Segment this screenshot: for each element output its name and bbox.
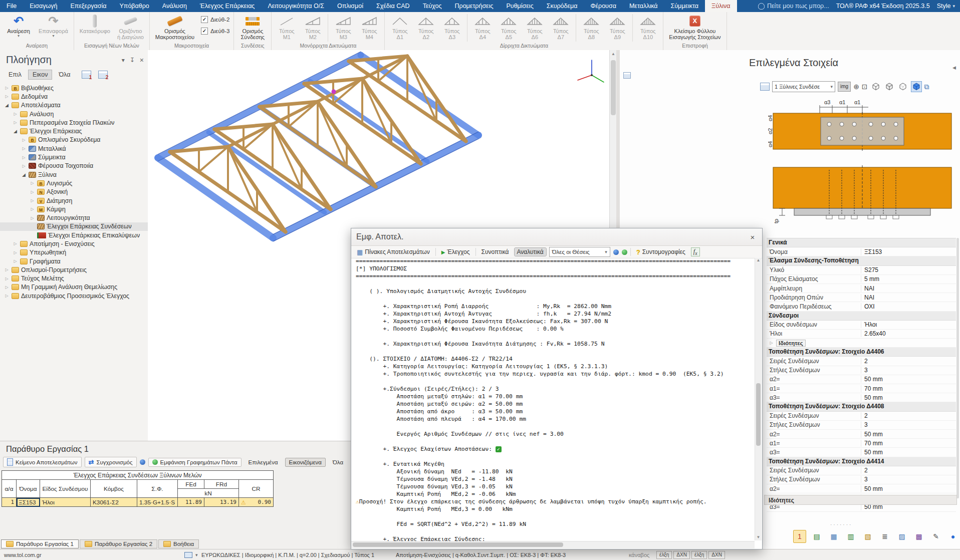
list-icon[interactable]: ≣ xyxy=(878,530,891,543)
tree-item-δευτεροβάθμιος-προσεισμικός-έλεγχος[interactable]: ▷Δευτεροβάθμιος Προσεισμικός Έλεγχος xyxy=(0,292,148,300)
tree-item-λυγισμός[interactable]: ▷ΒΛυγισμός xyxy=(0,179,148,187)
dialog-vertical-scrollbar[interactable]: ▲ ▼ xyxy=(755,258,762,540)
always-show-graphs-button[interactable]: Εμφάνιση Γραφημάτων Πάντα xyxy=(148,458,242,467)
menu-item-σύμμεικτα[interactable]: Σύμμεικτα xyxy=(664,0,705,12)
tree-item-αποτίμηση-ενισχύσεις[interactable]: ▷Αποτίμηση - Ενισχύσεις xyxy=(0,239,148,248)
truss-type-μ4-button[interactable]: ΤύποςΜ4 xyxy=(357,13,381,41)
col-header[interactable]: Είδος Συνδέσμου xyxy=(40,480,91,498)
property-row[interactable]: α3=50 mm xyxy=(767,448,956,457)
property-row[interactable]: Σειρές Συνδέσμων2 xyxy=(767,357,956,366)
sheet-icon[interactable]: ▧ xyxy=(861,530,874,543)
menu-item-σκυρόδεμα[interactable]: Σκυρόδεμα xyxy=(540,0,584,12)
tree-item-ανάλυση[interactable]: ▷Ανάλυση xyxy=(0,110,148,118)
tree-collapsed-icon[interactable]: ▷ xyxy=(4,285,10,290)
nav-tab-epil[interactable]: Επιλ xyxy=(4,70,26,80)
tree-item-δεδομένα[interactable]: ▷Δεδομένα xyxy=(0,92,148,101)
summary-toggle[interactable]: Συνοπτικά xyxy=(479,248,512,256)
truss-type-δ6-button[interactable]: ΤύποςΔ6 xyxy=(523,13,547,41)
col-header[interactable]: α/α xyxy=(2,480,17,498)
snap-toggle-ΔΧΝ[interactable]: ΔΧΝ xyxy=(708,551,725,559)
nav-tab-ola[interactable]: Όλα xyxy=(54,70,75,80)
property-row[interactable]: Στήλες Συνδέσμων3 xyxy=(767,421,956,430)
edit-icon[interactable]: ✎ xyxy=(929,530,942,543)
tree-item-έλεγχοι-επάρκειας[interactable]: ◢Έλεγχοι Επάρκειας xyxy=(0,127,148,135)
property-row[interactable]: Σειρές Συνδέσμων2 xyxy=(767,466,956,475)
blue-sphere-icon[interactable] xyxy=(613,249,619,255)
table-row[interactable]: 1 ΞΣ153 Ήλοι Κ3061-Σ2 1.35·G+1.5·S 11.89… xyxy=(2,498,274,507)
filter-all-button[interactable]: Όλα xyxy=(329,458,347,467)
pan-icon[interactable]: ⊕ xyxy=(853,82,859,91)
tree-collapsed-icon[interactable]: ▷ xyxy=(21,155,27,160)
property-row[interactable]: Πάχος Ελάσματος5 mm xyxy=(767,275,956,284)
result-tables-button[interactable]: ▦Πίνακες Αποτελεσμάτων xyxy=(354,248,432,256)
detailed-toggle[interactable]: Αναλυτικά xyxy=(515,248,546,256)
element-type-dropdown[interactable]: 1 Ξύλινες Συνδέσε▾ xyxy=(772,81,835,92)
close-icon[interactable]: × xyxy=(140,56,144,64)
tab-work-window-2[interactable]: Παράθυρο Εργασίας 2 xyxy=(80,539,157,548)
tree-collapsed-icon[interactable]: ▷ xyxy=(30,181,35,185)
tree-item-μεταλλικά[interactable]: ▷Μεταλλικά xyxy=(0,144,148,153)
tree-expanded-icon[interactable]: ◢ xyxy=(4,103,10,108)
wireframe-view-button[interactable] xyxy=(870,81,881,92)
mini-table-icon[interactable] xyxy=(623,72,631,79)
vertical-member-button[interactable]: Κατακόρυφο xyxy=(77,13,113,35)
property-row[interactable]: Προδιάτρηση ΟπώνΝΑΙ xyxy=(767,293,956,302)
tree-expanded-icon[interactable]: ◢ xyxy=(21,172,27,177)
nav-tab-eikon[interactable]: Εικον xyxy=(28,70,52,80)
tree-expanded-icon[interactable]: ◢ xyxy=(13,129,18,134)
col-header[interactable]: Σ.Φ. xyxy=(137,480,178,498)
snap-toggle-ΔΧΝ[interactable]: ΔΧΝ xyxy=(673,551,690,559)
tree-item-αξονική[interactable]: ▷ΝΑξονική xyxy=(0,188,148,196)
tree-item-τεύχος-μελέτης[interactable]: ▷Τεύχος Μελέτης xyxy=(0,274,148,283)
tree-collapsed-icon[interactable]: ▷ xyxy=(13,259,18,263)
work-window-2-icon[interactable]: 2 xyxy=(98,71,108,79)
tree-collapsed-icon[interactable]: ▷ xyxy=(21,164,27,168)
tree-collapsed-icon[interactable]: ▷ xyxy=(13,241,18,246)
tree-item-φέρουσα-τοιχοποιία[interactable]: ▷Φέρουσα Τοιχοποιία xyxy=(0,162,148,170)
dialog-titlebar[interactable]: Εμφ. Αποτελ. × xyxy=(351,228,762,246)
tree-item-γραφήματα[interactable]: ▷Γραφήματα xyxy=(0,257,148,265)
tree-item-έλεγχοι-επάρκειας-συνδέσεων[interactable]: Έλεγχοι Επάρκειας Συνδέσεων xyxy=(0,222,148,231)
abbreviations-button[interactable]: ?Συντομογραφίες xyxy=(634,248,688,256)
property-row[interactable]: ▷Ιδιότητες xyxy=(767,339,956,348)
snap-toggle-έλξη[interactable]: έλξη xyxy=(691,551,707,559)
tree-collapsed-icon[interactable]: ▷ xyxy=(30,190,35,194)
tree-collapsed-icon[interactable]: ▷ xyxy=(4,267,10,272)
blue-sphere-icon[interactable] xyxy=(140,459,145,465)
grid-icon[interactable] xyxy=(760,83,770,91)
close-icon[interactable]: × xyxy=(748,233,757,241)
horizontal-member-button[interactable]: Οριζόντιοή Διαγώνιο xyxy=(115,13,146,41)
col-header[interactable]: Όνομα xyxy=(17,480,40,498)
menu-item-file[interactable]: File xyxy=(0,0,23,12)
tables-icon[interactable]: ▦ xyxy=(827,530,840,543)
tree-item-λειτουργικότητα[interactable]: ▷Λειτουργικότητα xyxy=(0,213,148,222)
truss-type-δ3-button[interactable]: ΤύποςΔ3 xyxy=(440,13,464,41)
chevron-down-icon[interactable]: ▾ xyxy=(122,57,125,64)
menu-item-έλεγχος-επάρκειας[interactable]: Έλεγχος Επάρκειας xyxy=(193,0,262,12)
direction-3-checkbox[interactable]: ✓Διεύθ-3 xyxy=(201,28,229,35)
view-3d-icon[interactable]: ● xyxy=(946,530,959,543)
positions-dropdown[interactable]: Όλες οι Θέσεις▾ xyxy=(549,247,610,257)
col-header[interactable]: Κόμβος xyxy=(91,480,137,498)
close-entry-sheet-button[interactable]: XΚλείσιμο ΦύλλουΕισαγωγής Στοιχείων xyxy=(666,13,723,41)
tree-collapsed-icon[interactable]: ▷ xyxy=(13,120,18,125)
truss-type-δ1-button[interactable]: ΤύποςΔ1 xyxy=(388,13,412,41)
property-row[interactable]: Ήλοι2.65x40 xyxy=(767,330,956,339)
dialog-horizontal-scrollbar[interactable] xyxy=(351,541,755,548)
property-row[interactable]: Σειρές Συνδέσμων2 xyxy=(767,412,956,421)
truss-type-δ8-button[interactable]: ΤύποςΔ8 xyxy=(579,13,603,41)
truss-type-δ5-button[interactable]: ΤύποςΔ5 xyxy=(497,13,521,41)
property-row[interactable]: Στήλες Συνδέσμων3 xyxy=(767,475,956,484)
tree-item-μη-γραμμική-ανάλυση-θεμελίωσης[interactable]: ▷Μη Γραμμική Ανάλυση Θεμελίωσης xyxy=(0,283,148,292)
zoom-window-icon[interactable]: ⊡ xyxy=(862,82,868,91)
menu-item-εισαγωγή[interactable]: Εισαγωγή xyxy=(23,0,64,12)
tree-item-οπλισμένο-σκυρόδεμα[interactable]: ▷ΒΟπλισμένο Σκυρόδεμα xyxy=(0,136,148,144)
results-table-icon[interactable]: ▤ xyxy=(810,530,823,543)
solid-view-button[interactable] xyxy=(884,81,895,92)
property-row[interactable]: Φαινόμενο ΠεριδέσεωςΟΧΙ xyxy=(767,302,956,311)
tree-item-σύμμεικτα[interactable]: ▷Σύμμεικτα xyxy=(0,153,148,161)
tree-collapsed-icon[interactable]: ▷ xyxy=(4,294,10,298)
truss-type-δ7-button[interactable]: ΤύποςΔ7 xyxy=(549,13,573,41)
tree-item-έλεγχοι-επάρκειας-επικαλύψεων[interactable]: Έλεγχοι Επάρκειας Επικαλύψεων xyxy=(0,231,148,239)
property-row[interactable]: ΥλικόS275 xyxy=(767,266,956,275)
